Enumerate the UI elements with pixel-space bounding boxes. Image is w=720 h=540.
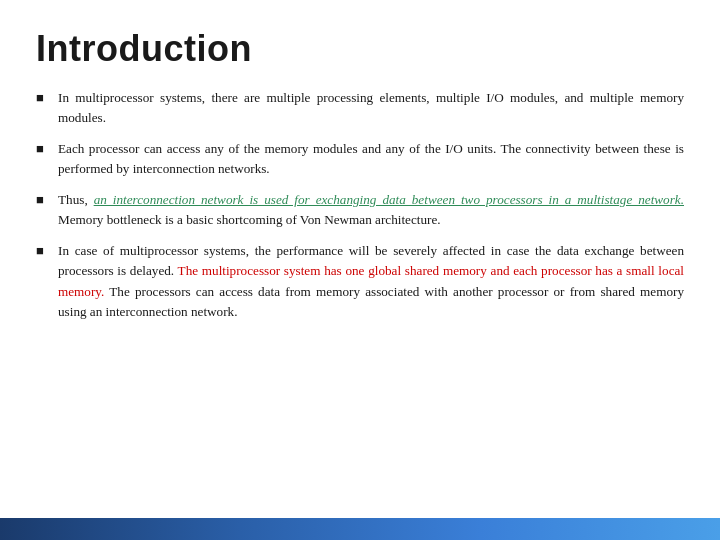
bullet-text: In multiprocessor systems, there are mul… — [58, 88, 684, 129]
highlight-shared-memory: The multiprocessor system has one global… — [58, 263, 684, 298]
bullet-symbol: ■ — [36, 243, 50, 259]
bottom-bar-decoration — [0, 518, 720, 540]
bullet-text: Thus, an interconnection network is used… — [58, 190, 684, 231]
bullet-text: Each processor can access any of the mem… — [58, 139, 684, 180]
bullet-text: In case of multiprocessor systems, the p… — [58, 241, 684, 323]
bullet-symbol: ■ — [36, 141, 50, 157]
list-item: ■ Thus, an interconnection network is us… — [36, 190, 684, 231]
highlight-interconnection: an interconnection network is used for e… — [94, 192, 684, 207]
slide-title: Introduction — [36, 28, 684, 70]
content-area: ■ In multiprocessor systems, there are m… — [36, 88, 684, 323]
slide: Introduction ■ In multiprocessor systems… — [0, 0, 720, 540]
list-item: ■ In multiprocessor systems, there are m… — [36, 88, 684, 129]
list-item: ■ Each processor can access any of the m… — [36, 139, 684, 180]
bullet-symbol: ■ — [36, 192, 50, 208]
bullet-symbol: ■ — [36, 90, 50, 106]
list-item: ■ In case of multiprocessor systems, the… — [36, 241, 684, 323]
